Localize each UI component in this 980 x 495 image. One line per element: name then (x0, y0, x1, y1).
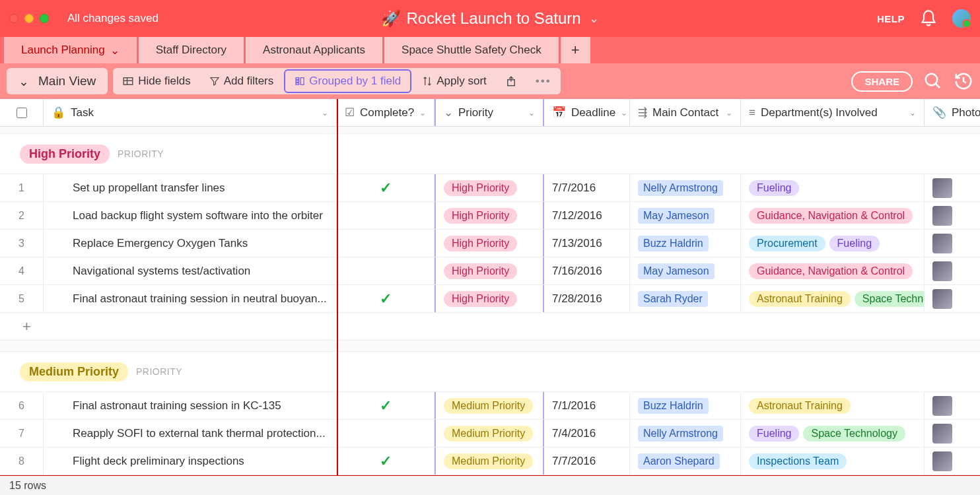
hide-fields-button[interactable]: Hide fields (113, 68, 199, 94)
cell-photo[interactable] (925, 447, 980, 475)
cell-complete[interactable]: ✓ (337, 392, 435, 419)
zoom-window-button[interactable] (40, 14, 49, 23)
cell-deadline[interactable]: 7/12/2016 (544, 202, 630, 229)
cell-deadline[interactable]: 7/28/2016 (544, 285, 630, 312)
department-tag: Space Technology (803, 426, 905, 442)
cell-complete[interactable] (337, 420, 435, 447)
cell-contact[interactable]: Buzz Haldrin (630, 230, 741, 257)
cell-photo[interactable] (925, 392, 980, 419)
cell-task[interactable]: Load backup flight system software into … (44, 202, 337, 229)
group-header[interactable]: High PriorityPRIORITY (0, 133, 980, 174)
cell-departments[interactable]: ProcurementFueling (741, 230, 925, 257)
cell-task[interactable]: Flight deck preliminary inspections (44, 447, 337, 475)
cell-contact[interactable]: Aaron Shepard (630, 447, 741, 475)
cell-task[interactable]: Final astronaut training session in neut… (44, 285, 337, 312)
help-link[interactable]: HELP (877, 13, 905, 24)
table-row[interactable]: 5 Final astronaut training session in ne… (0, 285, 980, 313)
cell-priority[interactable]: High Priority (435, 174, 544, 201)
cell-contact[interactable]: Sarah Ryder (630, 285, 741, 312)
cell-task[interactable]: Replace Emergency Oxygen Tanks (44, 230, 337, 257)
cell-photo[interactable] (925, 285, 980, 312)
cell-priority[interactable]: Medium Priority (435, 447, 544, 475)
cell-contact[interactable]: May Jameson (630, 257, 741, 284)
column-header-photo[interactable]: 📎 Photo( (925, 99, 980, 126)
cell-complete[interactable] (337, 202, 435, 229)
cell-task[interactable]: Reapply SOFI to external tank thermal pr… (44, 420, 337, 447)
table-row[interactable]: 4 Navigational systems test/activation H… (0, 257, 980, 285)
cell-priority[interactable]: High Priority (435, 202, 544, 229)
column-header-priority[interactable]: ⌄ Priority ⌄ (435, 99, 544, 126)
add-row-button[interactable]: + (0, 313, 980, 341)
table-row[interactable]: 3 Replace Emergency Oxygen Tanks High Pr… (0, 230, 980, 257)
cell-priority[interactable]: High Priority (435, 257, 544, 284)
tab-astronaut-applicants[interactable]: Astronaut Applicants (246, 37, 382, 63)
add-table-button[interactable]: + (561, 37, 590, 63)
cell-departments[interactable]: FuelingSpace Technology (741, 420, 925, 447)
group-button[interactable]: Grouped by 1 field (284, 69, 411, 93)
group-header[interactable]: Medium PriorityPRIORITY (0, 351, 980, 392)
cell-deadline[interactable]: 7/7/2016 (544, 174, 630, 201)
cell-priority[interactable]: Medium Priority (435, 392, 544, 419)
table-row[interactable]: 8 Flight deck preliminary inspections ✓ … (0, 447, 980, 475)
share-button[interactable]: SHARE (851, 71, 913, 92)
cell-deadline[interactable]: 7/13/2016 (544, 230, 630, 257)
cell-deadline[interactable]: 7/4/2016 (544, 420, 630, 447)
tab-staff-directory[interactable]: Staff Directory (139, 37, 244, 63)
cell-departments[interactable]: Astronaut TrainingSpace Techn (741, 285, 925, 312)
tab-space-shuttle-safety[interactable]: Space Shuttle Safety Check (384, 37, 559, 63)
search-button[interactable] (923, 71, 943, 91)
history-button[interactable] (954, 71, 973, 91)
cell-task[interactable]: Navigational systems test/activation (44, 257, 337, 284)
cell-priority[interactable]: Medium Priority (435, 420, 544, 447)
base-title-dropdown[interactable]: 🚀 Rocket Launch to Saturn ⌄ (381, 9, 598, 28)
column-header-main-contact[interactable]: ⇶ Main Contact ⌄ (630, 99, 741, 126)
share-view-button[interactable] (496, 68, 526, 94)
cell-photo[interactable] (925, 230, 980, 257)
column-header-complete[interactable]: ☑ Complete? ⌄ (337, 99, 435, 126)
table-row[interactable]: 7 Reapply SOFI to external tank thermal … (0, 420, 980, 447)
tab-launch-planning[interactable]: Launch Planning ⌄ (4, 37, 137, 63)
photo-thumbnail (932, 261, 952, 281)
cell-photo[interactable] (925, 420, 980, 447)
cell-photo[interactable] (925, 202, 980, 229)
cell-complete[interactable] (337, 257, 435, 284)
table-row[interactable]: 6 Final astronaut training session in KC… (0, 392, 980, 420)
cell-deadline[interactable]: 7/16/2016 (544, 257, 630, 284)
cell-departments[interactable]: Guidance, Navigation & Control (741, 257, 925, 284)
cell-deadline[interactable]: 7/1/2016 (544, 392, 630, 419)
cell-complete[interactable] (337, 230, 435, 257)
cell-departments[interactable]: Guidance, Navigation & Control (741, 202, 925, 229)
notifications-button[interactable] (919, 9, 938, 28)
select-all-checkbox[interactable] (0, 99, 44, 126)
cell-task[interactable]: Set up propellant transfer lines (44, 174, 337, 201)
cell-departments[interactable]: Inspections Team (741, 447, 925, 475)
cell-complete[interactable]: ✓ (337, 447, 435, 475)
cell-photo[interactable] (925, 257, 980, 284)
cell-photo[interactable] (925, 174, 980, 201)
cell-contact[interactable]: Nelly Armstrong (630, 174, 741, 201)
view-switcher[interactable]: ⌄ Main View (7, 68, 108, 94)
table-row[interactable]: 1 Set up propellant transfer lines ✓ Hig… (0, 174, 980, 202)
add-filters-button[interactable]: Add filters (200, 68, 283, 94)
cell-contact[interactable]: May Jameson (630, 202, 741, 229)
column-header-departments[interactable]: ≡ Department(s) Involved ⌄ (741, 99, 925, 126)
cell-complete[interactable]: ✓ (337, 174, 435, 201)
sort-button[interactable]: Apply sort (413, 68, 496, 94)
column-header-deadline[interactable]: 📅 Deadline ⌄ (544, 99, 630, 126)
minimize-window-button[interactable] (24, 14, 34, 23)
more-options-button[interactable]: ••• (526, 68, 561, 94)
cell-departments[interactable]: Fueling (741, 174, 925, 201)
cell-contact[interactable]: Nelly Armstrong (630, 420, 741, 447)
user-avatar[interactable] (952, 9, 971, 28)
close-window-button[interactable] (9, 14, 18, 23)
cell-task[interactable]: Final astronaut training session in KC-1… (44, 392, 337, 419)
table-row[interactable]: 2 Load backup flight system software int… (0, 202, 980, 230)
cell-deadline[interactable]: 7/7/2016 (544, 447, 630, 475)
cell-priority[interactable]: High Priority (435, 285, 544, 312)
cell-contact[interactable]: Buzz Haldrin (630, 392, 741, 419)
cell-complete[interactable]: ✓ (337, 285, 435, 312)
cell-departments[interactable]: Astronaut Training (741, 392, 925, 419)
cell-priority[interactable]: High Priority (435, 230, 544, 257)
column-header-task[interactable]: 🔒 Task ⌄ (44, 99, 337, 126)
department-tag: Space Techn (855, 291, 925, 307)
